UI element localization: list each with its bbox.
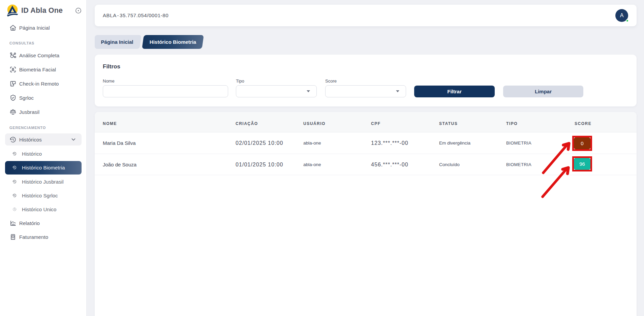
svg-text:$: $: [12, 235, 14, 238]
